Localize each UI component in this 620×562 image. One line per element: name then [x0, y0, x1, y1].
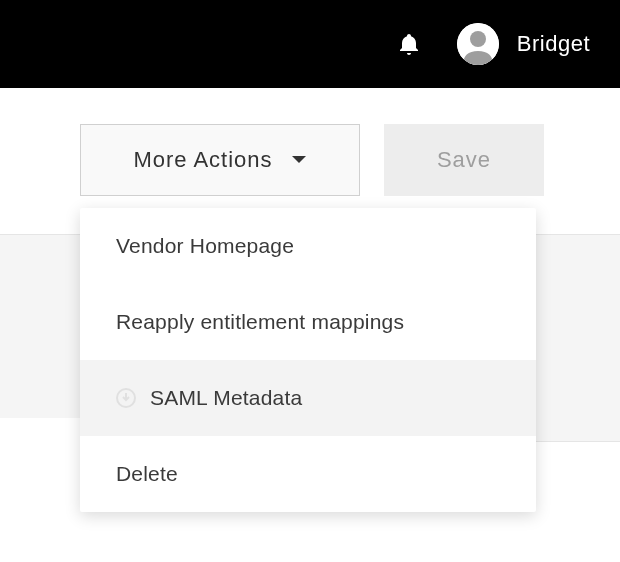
notification-bell-icon[interactable] [397, 31, 421, 57]
user-area[interactable]: Bridget [457, 23, 590, 65]
dropdown-item-label: Delete [116, 462, 178, 486]
dropdown-item-vendor-homepage[interactable]: Vendor Homepage [80, 208, 536, 284]
dropdown-item-label: Vendor Homepage [116, 234, 294, 258]
dropdown-item-label: Reapply entitlement mappings [116, 310, 404, 334]
dropdown-item-label: SAML Metadata [150, 386, 302, 410]
content-area: More Actions Save Vendor Homepage Reappl… [0, 88, 620, 562]
avatar [457, 23, 499, 65]
svg-point-1 [470, 31, 486, 47]
top-header: Bridget [0, 0, 620, 88]
save-label: Save [437, 147, 491, 173]
more-actions-label: More Actions [133, 147, 272, 173]
toolbar: More Actions Save [80, 124, 544, 196]
save-button: Save [384, 124, 544, 196]
dropdown-item-saml-metadata[interactable]: SAML Metadata [80, 360, 536, 436]
download-icon [116, 388, 136, 408]
dropdown-item-delete[interactable]: Delete [80, 436, 536, 512]
more-actions-dropdown: Vendor Homepage Reapply entitlement mapp… [80, 208, 536, 512]
dropdown-item-reapply-entitlement-mappings[interactable]: Reapply entitlement mappings [80, 284, 536, 360]
username: Bridget [517, 31, 590, 57]
background-strip [0, 418, 80, 490]
caret-down-icon [291, 155, 307, 165]
more-actions-button[interactable]: More Actions [80, 124, 360, 196]
